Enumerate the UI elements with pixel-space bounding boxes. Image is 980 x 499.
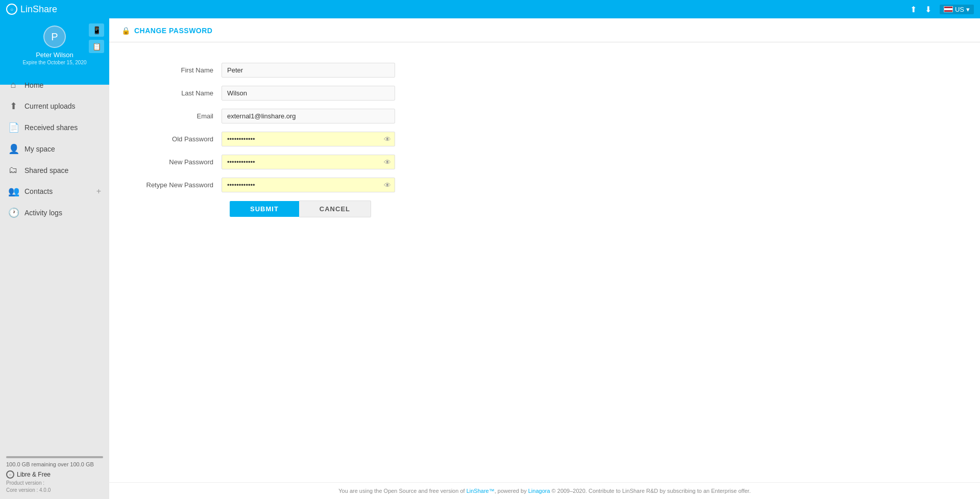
email-wrapper bbox=[222, 109, 395, 123]
upload-icon: ⬆ bbox=[8, 101, 18, 112]
sidebar-item-label: Shared space bbox=[24, 166, 101, 174]
libre-label: Libre & Free bbox=[17, 471, 51, 478]
storage-bar-fill bbox=[6, 456, 103, 458]
linshare-link[interactable]: LinShare™ bbox=[467, 488, 495, 494]
last-name-row: Last Name bbox=[140, 86, 538, 101]
new-password-wrapper: 👁 bbox=[222, 155, 395, 169]
footer-text-before: You are using the Open Source and free v… bbox=[338, 488, 466, 494]
retype-password-wrapper: 👁 bbox=[222, 178, 395, 192]
upload-icon[interactable]: ⬆ bbox=[910, 5, 917, 14]
sharedspace-icon: 🗂 bbox=[8, 165, 18, 176]
sidebar-item-label: Home bbox=[24, 81, 101, 89]
last-name-input[interactable] bbox=[222, 86, 395, 101]
libre-icon: ○ bbox=[6, 470, 14, 479]
cancel-button[interactable]: CANCEL bbox=[299, 201, 371, 217]
language-button[interactable]: US ▾ bbox=[940, 5, 974, 14]
profile-expire: Expire the October 15, 2020 bbox=[22, 60, 86, 65]
form-buttons: SUBMIT CANCEL bbox=[140, 201, 538, 217]
page-title: CHANGE PASSWORD bbox=[134, 27, 212, 35]
logo-icon: ○ bbox=[6, 4, 17, 15]
sidebar-item-shared-space[interactable]: 🗂 Shared space bbox=[0, 160, 109, 181]
flag-icon bbox=[944, 6, 953, 12]
libre-free: ○ Libre & Free bbox=[6, 470, 103, 479]
profile-section: 📱 📋 P Peter Wilson Expire the October 15… bbox=[0, 18, 109, 72]
sidebar-item-my-space[interactable]: 👤 My space bbox=[0, 138, 109, 160]
sidebar: 📱 📋 P Peter Wilson Expire the October 15… bbox=[0, 18, 109, 499]
old-password-input[interactable] bbox=[222, 132, 395, 146]
old-password-label: Old Password bbox=[140, 135, 222, 143]
old-password-row: Old Password 👁 bbox=[140, 132, 538, 146]
sidebar-item-current-uploads[interactable]: ⬆ Current uploads bbox=[0, 95, 109, 117]
storage-text: 100.0 GB remaining over 100.0 GB bbox=[6, 461, 103, 467]
new-password-label: New Password bbox=[140, 158, 222, 166]
files-icon[interactable]: 📋 bbox=[89, 40, 104, 53]
old-password-wrapper: 👁 bbox=[222, 132, 395, 146]
sidebar-item-label: My space bbox=[24, 145, 101, 153]
profile-icons: 📱 📋 bbox=[89, 23, 104, 53]
main-content: 🔒 CHANGE PASSWORD First Name Last Name E… bbox=[109, 18, 980, 499]
lang-label: US bbox=[955, 6, 964, 13]
sidebar-footer: 100.0 GB remaining over 100.0 GB ○ Libre… bbox=[0, 452, 109, 499]
sidebar-item-label: Current uploads bbox=[24, 102, 101, 110]
app-name: LinShare bbox=[20, 4, 57, 15]
add-contact-icon[interactable]: + bbox=[96, 187, 101, 196]
sidebar-item-contacts[interactable]: 👥 Contacts + bbox=[0, 181, 109, 202]
avatar[interactable]: P bbox=[43, 26, 66, 48]
product-version: Product version : bbox=[6, 480, 103, 486]
retype-password-row: Retype New Password 👁 bbox=[140, 178, 538, 192]
footer-text-middle: , powered by bbox=[495, 488, 528, 494]
first-name-row: First Name bbox=[140, 63, 538, 78]
submit-button[interactable]: SUBMIT bbox=[230, 201, 299, 217]
first-name-label: First Name bbox=[140, 66, 222, 74]
last-name-wrapper bbox=[222, 86, 395, 101]
sidebar-item-activity-logs[interactable]: 🕐 Activity logs bbox=[0, 202, 109, 223]
lock-icon: 🔒 bbox=[121, 27, 130, 35]
storage-bar bbox=[6, 456, 103, 458]
app-logo: ○ LinShare bbox=[6, 4, 57, 15]
main-layout: 📱 📋 P Peter Wilson Expire the October 15… bbox=[0, 18, 980, 499]
last-name-label: Last Name bbox=[140, 89, 222, 97]
sidebar-nav: ⌂ Home ⬆ Current uploads 📄 Received shar… bbox=[0, 72, 109, 452]
toggle-new-password-icon[interactable]: 👁 bbox=[384, 158, 391, 166]
core-version: Core version : 4.0.0 bbox=[6, 487, 103, 493]
profile-name: Peter Wilson bbox=[36, 51, 74, 59]
new-password-input[interactable] bbox=[222, 155, 395, 169]
toggle-retype-password-icon[interactable]: 👁 bbox=[384, 181, 391, 189]
sidebar-item-home[interactable]: ⌂ Home bbox=[0, 74, 109, 95]
retype-password-label: Retype New Password bbox=[140, 181, 222, 189]
topbar: ○ LinShare ⬆ ⬇ US ▾ bbox=[0, 0, 980, 18]
first-name-wrapper bbox=[222, 63, 395, 78]
chevron-down-icon: ▾ bbox=[966, 6, 970, 13]
email-input[interactable] bbox=[222, 109, 395, 123]
home-icon: ⌂ bbox=[8, 80, 18, 90]
avatar-initials: P bbox=[51, 31, 58, 43]
change-password-form: First Name Last Name Email bbox=[109, 42, 569, 238]
page-header: 🔒 CHANGE PASSWORD bbox=[109, 18, 980, 42]
contacts-icon: 👥 bbox=[8, 186, 18, 197]
sidebar-item-label: Received shares bbox=[24, 123, 101, 132]
received-icon: 📄 bbox=[8, 122, 18, 133]
footer-text-after: © 2009–2020. Contribute to LinShare R&D … bbox=[550, 488, 751, 494]
email-label: Email bbox=[140, 112, 222, 120]
retype-password-input[interactable] bbox=[222, 178, 395, 192]
page-footer: You are using the Open Source and free v… bbox=[109, 482, 980, 499]
sidebar-item-label: Activity logs bbox=[24, 209, 101, 217]
sidebar-item-received-shares[interactable]: 📄 Received shares bbox=[0, 117, 109, 138]
toggle-old-password-icon[interactable]: 👁 bbox=[384, 135, 391, 143]
sidebar-item-label: Contacts bbox=[24, 187, 90, 195]
account-icon[interactable]: ⬇ bbox=[925, 5, 932, 14]
email-row: Email bbox=[140, 109, 538, 123]
phone-icon[interactable]: 📱 bbox=[89, 23, 104, 37]
myspace-icon: 👤 bbox=[8, 143, 18, 155]
first-name-input[interactable] bbox=[222, 63, 395, 78]
activity-icon: 🕐 bbox=[8, 207, 18, 218]
topbar-right: ⬆ ⬇ US ▾ bbox=[910, 5, 974, 14]
linagora-link[interactable]: Linagora bbox=[528, 488, 550, 494]
new-password-row: New Password 👁 bbox=[140, 155, 538, 169]
